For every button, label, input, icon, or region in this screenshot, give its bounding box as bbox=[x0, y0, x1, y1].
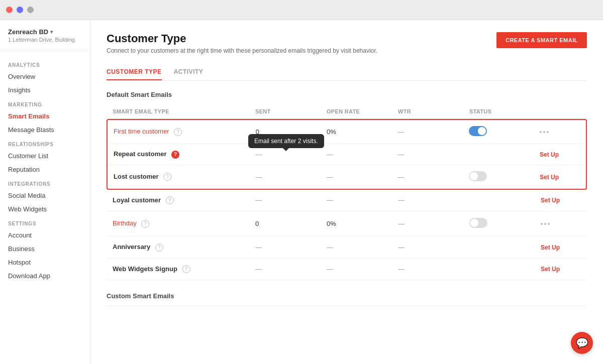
row-action[interactable]: Set Up bbox=[540, 173, 580, 181]
dot-icon bbox=[544, 223, 546, 225]
row-sent: — bbox=[255, 244, 327, 251]
minimize-btn[interactable] bbox=[17, 7, 23, 13]
sidebar-item-account[interactable]: Account bbox=[0, 228, 90, 242]
row-open-rate: — bbox=[327, 244, 398, 251]
sidebar-item-overview[interactable]: Overview bbox=[0, 70, 90, 83]
row-status[interactable] bbox=[469, 126, 540, 138]
row-sent: — bbox=[255, 265, 327, 273]
info-icon[interactable]: ? bbox=[141, 220, 149, 228]
row-open-rate: — bbox=[327, 196, 398, 204]
sidebar-item-business[interactable]: Business bbox=[0, 242, 90, 256]
row-status[interactable] bbox=[469, 218, 541, 229]
email-name-label: Anniversary bbox=[113, 243, 150, 251]
sidebar-item-customer-list[interactable]: Customer List bbox=[0, 149, 90, 163]
close-btn[interactable] bbox=[6, 7, 13, 13]
tab-customer-type[interactable]: Customer Type bbox=[107, 64, 162, 80]
app-layout: Zenreach BD ▾ 1 Letterman Drive, Buildin… bbox=[0, 20, 603, 364]
tooltip: Email sent after 2 visits. bbox=[248, 134, 324, 148]
titlebar bbox=[0, 0, 603, 20]
row-open-rate: — bbox=[327, 173, 397, 181]
setup-link[interactable]: Set Up bbox=[541, 244, 560, 251]
relationships-section-label: Relationships bbox=[0, 137, 90, 149]
info-icon[interactable]: ? bbox=[166, 196, 174, 204]
maximize-btn[interactable] bbox=[27, 7, 34, 13]
dot-icon bbox=[543, 131, 545, 133]
toggle-off[interactable] bbox=[469, 171, 487, 181]
sidebar-item-reputation[interactable]: Reputation bbox=[0, 163, 90, 176]
email-name-label: First time customer bbox=[114, 128, 169, 135]
chat-bubble[interactable]: 💬 bbox=[571, 332, 593, 354]
row-action[interactable]: Set Up bbox=[540, 151, 580, 158]
sidebar-item-message-blasts[interactable]: Message Blasts bbox=[0, 123, 90, 137]
setup-link[interactable]: Set Up bbox=[541, 266, 560, 273]
row-wtr: — bbox=[398, 196, 469, 204]
row-email-name: Web Widgets Signup ? bbox=[113, 265, 255, 274]
row-action[interactable]: Set Up bbox=[541, 265, 581, 273]
row-action[interactable]: Set Up bbox=[541, 196, 581, 204]
row-action[interactable] bbox=[541, 223, 581, 225]
row-sent: — bbox=[256, 173, 327, 181]
custom-section-label: Custom Smart Emails bbox=[107, 292, 587, 300]
row-sent: — bbox=[255, 196, 327, 204]
custom-section-body bbox=[107, 306, 587, 310]
create-smart-email-button[interactable]: Create a Smart Email bbox=[496, 32, 587, 48]
page-title-area: Customer Type Connect to your customers … bbox=[107, 32, 377, 54]
sidebar-item-download-app[interactable]: Download App bbox=[0, 269, 90, 283]
setup-link[interactable]: Set Up bbox=[541, 197, 560, 204]
tab-activity[interactable]: Activity bbox=[174, 64, 204, 80]
dot-icon bbox=[541, 223, 543, 225]
row-email-name: Lost customer ? bbox=[114, 173, 256, 181]
marketing-section-label: Marketing bbox=[0, 97, 90, 109]
sidebar-item-insights[interactable]: Insights bbox=[0, 83, 90, 97]
info-icon[interactable]: ? bbox=[163, 173, 171, 181]
row-open-rate: 0% bbox=[327, 220, 398, 227]
info-icon[interactable]: ? bbox=[155, 244, 163, 252]
row-action[interactable]: Set Up bbox=[541, 244, 581, 251]
page-header: Customer Type Connect to your customers … bbox=[107, 32, 587, 54]
sidebar-item-hotspot[interactable]: Hotspot bbox=[0, 256, 90, 269]
table-row: Loyal customer ? — — — Set Up bbox=[107, 190, 587, 212]
sidebar-item-web-widgets[interactable]: Web Widgets bbox=[0, 202, 90, 216]
more-button[interactable] bbox=[540, 131, 580, 133]
row-open-rate: — bbox=[327, 265, 398, 273]
row-open-rate: — bbox=[327, 151, 397, 158]
email-name-label: Lost customer bbox=[114, 173, 159, 180]
row-wtr: — bbox=[397, 128, 468, 136]
dot-icon bbox=[547, 131, 549, 133]
chat-icon: 💬 bbox=[576, 337, 588, 349]
row-email-name: Birthday ? bbox=[113, 219, 255, 228]
row-wtr: — bbox=[398, 220, 469, 227]
row-email-name: First time customer ? bbox=[114, 128, 256, 136]
info-icon[interactable]: ? bbox=[174, 128, 182, 136]
toggle-on[interactable] bbox=[469, 126, 487, 136]
info-icon-red[interactable]: ? bbox=[171, 151, 179, 159]
row-wtr: — bbox=[397, 151, 468, 158]
analytics-section-label: Analytics bbox=[0, 57, 90, 70]
org-address: 1 Letterman Drive, Building. bbox=[8, 37, 82, 43]
email-name-label: Repeat customer bbox=[114, 150, 166, 158]
table-row: Birthday ? 0 0% — bbox=[107, 211, 587, 236]
email-name-label: Birthday bbox=[113, 219, 137, 227]
default-section-label: Default Smart Emails bbox=[107, 91, 587, 98]
row-email-name: Loyal customer ? bbox=[113, 196, 255, 205]
more-button[interactable] bbox=[541, 223, 581, 225]
dot-icon bbox=[548, 223, 550, 225]
col-open-rate: Open Rate bbox=[327, 108, 398, 114]
table-row: Web Widgets Signup ? — — — Set Up bbox=[107, 259, 587, 281]
row-wtr: — bbox=[398, 265, 469, 273]
row-status[interactable] bbox=[469, 171, 540, 183]
org-info[interactable]: Zenreach BD ▾ 1 Letterman Drive, Buildin… bbox=[0, 28, 90, 51]
row-wtr: — bbox=[397, 173, 468, 181]
sidebar-item-smart-emails[interactable]: Smart Emails bbox=[0, 109, 90, 123]
row-open-rate: 0% bbox=[327, 128, 397, 136]
table-row: Repeat customer ? — — — Set Up bbox=[108, 144, 586, 165]
email-name-label: Web Widgets Signup bbox=[113, 265, 177, 273]
row-action[interactable] bbox=[540, 131, 580, 133]
sidebar-item-social-media[interactable]: Social Media bbox=[0, 189, 90, 202]
info-icon[interactable]: ? bbox=[182, 265, 190, 273]
toggle-off[interactable] bbox=[469, 218, 487, 228]
integrations-section-label: Integrations bbox=[0, 176, 90, 189]
setup-link[interactable]: Set Up bbox=[540, 174, 559, 181]
setup-link[interactable]: Set Up bbox=[540, 151, 559, 158]
row-sent: 0 bbox=[255, 220, 327, 227]
